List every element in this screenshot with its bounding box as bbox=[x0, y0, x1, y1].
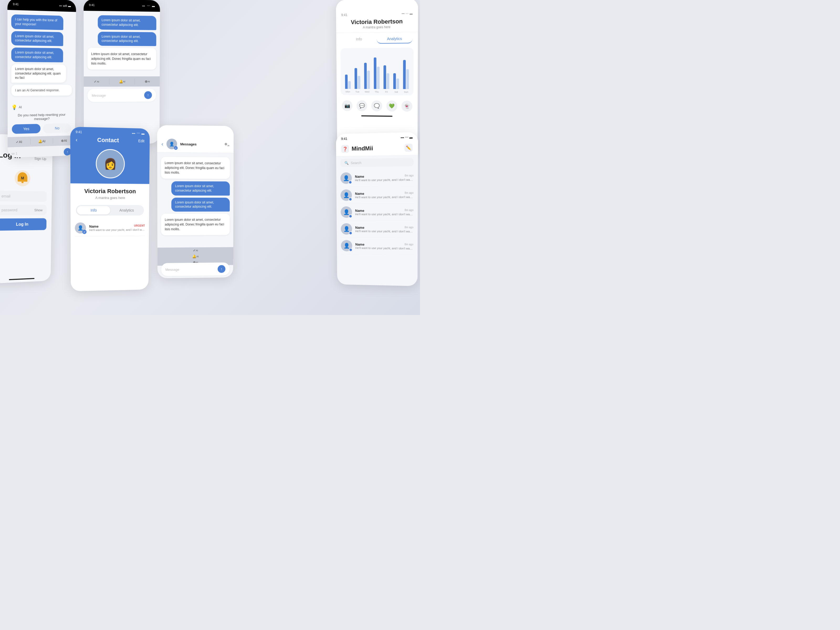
mm-time-4: 8m ago bbox=[404, 226, 414, 230]
chat-input-row[interactable]: se 1 ↑ bbox=[8, 145, 75, 158]
mm-msg-item-1[interactable]: 👤 Name 8m ago He'll want to use your yac… bbox=[341, 169, 414, 186]
mm-battery-icon: ▬ bbox=[409, 136, 413, 139]
messenger-icon[interactable]: 💬 bbox=[357, 100, 367, 111]
mm-preview-4: He'll want to use your yacht, and I don'… bbox=[355, 229, 414, 233]
email-field[interactable]: email bbox=[0, 191, 47, 202]
search-icon: 🔍 bbox=[344, 161, 349, 165]
wifi-icon: 〰 bbox=[137, 131, 140, 135]
avatar-area: 👩 bbox=[70, 148, 150, 184]
home-indicator bbox=[361, 115, 392, 117]
battery-icon: ▬ bbox=[142, 131, 145, 135]
bar-thu: Thu bbox=[373, 57, 381, 93]
sent-msg-1: Lorem ipsum dolor sit amet, consectetur … bbox=[171, 182, 230, 196]
bar-label-sat: Sat bbox=[395, 90, 398, 93]
whatsapp-icon[interactable]: 💚 bbox=[387, 101, 397, 112]
toolbar-bell-ai-2[interactable]: 🔔AI bbox=[109, 79, 135, 85]
mm-preview-3: He'll want to use your yacht, and I don'… bbox=[355, 212, 414, 216]
snapchat-icon[interactable]: 👻 bbox=[401, 101, 412, 112]
ai-chat-screen: 9:41 ▪▪▪ wifi ▬ I can help you with the … bbox=[7, 0, 76, 158]
tab-analytics[interactable]: Analytics bbox=[110, 206, 143, 215]
conv-contact-name: Messages bbox=[180, 142, 221, 146]
bar-blue-sun bbox=[403, 60, 406, 89]
mm-time-1: 8m ago bbox=[404, 174, 414, 178]
tab-info-profile[interactable]: Info bbox=[341, 35, 376, 44]
chat-center-screen: 9:41 ▪▪▪ 〰 ▬ Lorem ipsum dolor sit amet,… bbox=[84, 0, 160, 145]
chat-messages-area: Lorem ipsum dolor sit amet, consectetur … bbox=[84, 11, 160, 76]
bar-wed: Wed bbox=[363, 63, 371, 93]
back-button[interactable]: ‹ bbox=[76, 136, 77, 143]
profile-analytics-screen: 9:41 ▪▪▪ 〰 ▬ Victoria Robertson A mantra… bbox=[336, 0, 418, 155]
tab-info[interactable]: Info bbox=[77, 206, 110, 215]
received-bubble-1: Lorem ipsum dolor sit amet, consectetur … bbox=[87, 48, 156, 69]
mm-msg-item-4[interactable]: 👤 Name 8m ago He'll want to use your yac… bbox=[341, 221, 414, 238]
compose-icon[interactable]: ✏️ bbox=[404, 144, 413, 152]
chat-icon[interactable]: 🗨️ bbox=[371, 101, 382, 112]
mm-avatar-4: 👤 bbox=[341, 223, 352, 235]
message-input[interactable]: Message ↑ bbox=[87, 89, 156, 102]
profile-info-section: Victoria Robertson A mantra goes here bbox=[70, 183, 149, 203]
mm-app-title: MindMii bbox=[352, 145, 373, 152]
mm-msg-info-1: Name 8m ago He'll want to use your yacht… bbox=[355, 174, 414, 182]
profile-top-area: 9:41 ▪▪▪ 〰 ▬ Victoria Robertson A mantra… bbox=[336, 0, 418, 33]
message-bubble-1: I can help you with the tone of your res… bbox=[11, 14, 63, 30]
toolbar-target-ai-2[interactable]: ⊕AI bbox=[135, 79, 160, 85]
sender-name: Name bbox=[89, 224, 99, 228]
mm-avatar-2: 👤 bbox=[341, 189, 352, 201]
conv-message-input[interactable]: Message ↑ bbox=[161, 262, 230, 276]
mm-msg-item-2[interactable]: 👤 Name 8m ago He'll want to use your yac… bbox=[341, 186, 414, 204]
sent-bubble-2: Lorem ipsum dolor sit amet, consectetur … bbox=[98, 32, 156, 46]
contact-message-item[interactable]: 👤 Name URGENT He'll want to use your yac… bbox=[75, 220, 145, 237]
mindmii-screen: 9:41 ▪▪▪ 〰 ▬ ❓ MindMii ✏️ 🔍 Search 👤 bbox=[336, 132, 418, 286]
toolbar-check-3[interactable]: ✓AI bbox=[158, 247, 234, 254]
notification-dot-3 bbox=[349, 215, 352, 218]
message-avatar: 👤 bbox=[75, 222, 86, 234]
battery-icon: ▬ bbox=[68, 4, 71, 7]
signal-icon: ▪▪▪ bbox=[142, 4, 145, 7]
bar-blue-wed bbox=[364, 63, 367, 89]
instagram-icon[interactable]: 📷 bbox=[342, 100, 352, 111]
login-button[interactable]: Log In bbox=[0, 218, 46, 231]
send-button-2[interactable]: ↑ bbox=[144, 92, 152, 99]
mm-msg-item-5[interactable]: 👤 Name 8m ago He'll want to use your yac… bbox=[341, 237, 414, 255]
recv-msg-2: Lorem ipsum dolor sit amet, consectetur … bbox=[161, 214, 230, 235]
bar-label-sun: Sun bbox=[404, 90, 408, 93]
notification-dot-5 bbox=[349, 248, 352, 252]
password-field[interactable]: password Show bbox=[0, 205, 47, 216]
mm-search-bar[interactable]: 🔍 Search bbox=[340, 158, 414, 167]
toolbar-check-ai-2[interactable]: ✓AI bbox=[84, 79, 109, 85]
mm-msg-item-3[interactable]: 👤 Name 8m ago He'll want to use your yac… bbox=[341, 204, 414, 221]
conversation-screen: ‹ 👤 AI Messages ⊕AI Lorem ipsum dolor si… bbox=[157, 125, 234, 278]
ai-response-bubble: I am an AI Generated response. bbox=[11, 85, 72, 96]
mm-signal-icon: ▪▪▪ bbox=[401, 136, 404, 140]
lightbulb-icon: 💡 bbox=[11, 104, 17, 110]
wifi-icon: 〰 bbox=[147, 4, 150, 7]
edit-button[interactable]: Edit bbox=[138, 139, 144, 143]
no-button[interactable]: No bbox=[43, 123, 71, 133]
status-bar-dark: 9:41 ▪▪▪ 〰 ▬ bbox=[84, 0, 160, 12]
chat-input-placeholder: se 1 bbox=[11, 152, 17, 156]
contact-header: ‹ Contact Edit bbox=[70, 134, 150, 150]
contact-message-list: 👤 Name URGENT He'll want to use your yac… bbox=[71, 218, 149, 238]
urgent-badge: URGENT bbox=[134, 224, 145, 228]
social-icons-row: 📷 💬 🗨️ 💚 👻 bbox=[337, 97, 418, 114]
bar-blue-thu bbox=[374, 57, 376, 89]
battery-icon: ▬ bbox=[409, 12, 412, 16]
help-icon[interactable]: ❓ bbox=[341, 145, 349, 153]
conv-avatar: 👤 AI bbox=[166, 139, 177, 149]
contact-screen: 9:41 ▪▪▪ 〰 ▬ ‹ Contact Edit 👩 Victoria R… bbox=[70, 127, 150, 291]
toolbar-bell-3[interactable]: 🔔AI bbox=[158, 253, 234, 260]
bar-light-sat bbox=[396, 79, 399, 89]
sent-msg-2: Lorem ipsum dolor sit amet, consectetur … bbox=[171, 198, 230, 212]
toolbar-check-ai[interactable]: ✓AI bbox=[8, 139, 31, 145]
ai-settings-icon[interactable]: ⊕AI bbox=[224, 142, 229, 147]
tab-analytics-profile[interactable]: Analytics bbox=[377, 34, 413, 44]
bar-light-mon bbox=[348, 81, 351, 89]
show-password-button[interactable]: Show bbox=[35, 208, 43, 212]
send-button-conv[interactable]: ↑ bbox=[218, 265, 226, 273]
notification-dot-2 bbox=[349, 197, 352, 201]
signup-link[interactable]: Sign Up bbox=[35, 156, 46, 161]
yes-button[interactable]: Yes bbox=[12, 124, 40, 134]
back-button-conv[interactable]: ‹ bbox=[161, 141, 163, 147]
toolbar-bell-ai[interactable]: 🔔AI bbox=[31, 138, 53, 145]
conv-title-area: Messages bbox=[180, 142, 221, 146]
